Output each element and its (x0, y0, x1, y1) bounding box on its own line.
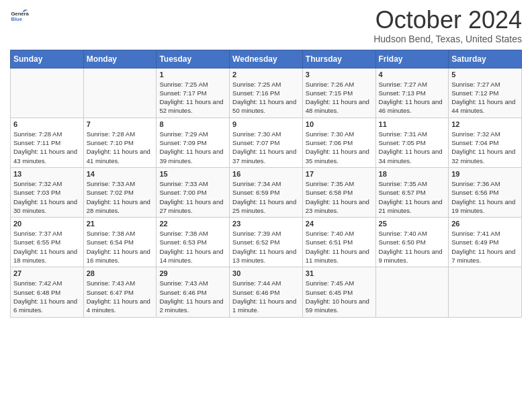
cell-content: Sunrise: 7:43 AM Sunset: 6:46 PM Dayligh… (159, 279, 226, 314)
calendar-cell: 11Sunrise: 7:31 AM Sunset: 7:05 PM Dayli… (375, 118, 449, 167)
day-number: 9 (232, 120, 300, 128)
calendar-cell (375, 267, 449, 317)
cell-content: Sunrise: 7:42 AM Sunset: 6:48 PM Dayligh… (13, 279, 81, 314)
day-header-thursday: Thursday (302, 50, 375, 68)
title-section: October 2024 Hudson Bend, Texas, United … (373, 7, 522, 44)
week-row-5: 27Sunrise: 7:42 AM Sunset: 6:48 PM Dayli… (11, 267, 522, 317)
calendar-cell: 5Sunrise: 7:27 AM Sunset: 7:12 PM Daylig… (449, 68, 522, 118)
month-title: October 2024 (373, 7, 522, 34)
day-header-sunday: Sunday (11, 50, 84, 68)
day-number: 19 (451, 170, 519, 178)
cell-content: Sunrise: 7:28 AM Sunset: 7:10 PM Dayligh… (87, 130, 154, 165)
day-number: 10 (306, 120, 373, 128)
cell-content: Sunrise: 7:32 AM Sunset: 7:04 PM Dayligh… (451, 130, 519, 165)
day-number: 11 (379, 120, 446, 128)
location: Hudson Bend, Texas, United States (373, 34, 522, 44)
cell-content: Sunrise: 7:29 AM Sunset: 7:09 PM Dayligh… (159, 130, 226, 165)
day-number: 27 (13, 269, 81, 277)
logo-icon: General Blue (10, 7, 29, 26)
cell-content: Sunrise: 7:43 AM Sunset: 6:47 PM Dayligh… (87, 279, 154, 314)
day-number: 25 (379, 220, 446, 228)
calendar-cell: 28Sunrise: 7:43 AM Sunset: 6:47 PM Dayli… (83, 267, 157, 317)
day-number: 14 (87, 170, 154, 178)
calendar-cell (83, 68, 157, 118)
cell-content: Sunrise: 7:35 AM Sunset: 6:58 PM Dayligh… (306, 179, 373, 215)
cell-content: Sunrise: 7:35 AM Sunset: 6:57 PM Dayligh… (379, 179, 446, 215)
day-number: 12 (451, 120, 519, 128)
header: General Blue October 2024 Hudson Bend, T… (10, 7, 522, 44)
calendar-cell: 15Sunrise: 7:33 AM Sunset: 7:00 PM Dayli… (157, 167, 230, 217)
day-number: 3 (306, 71, 373, 79)
calendar-cell (11, 68, 84, 118)
day-number: 23 (232, 220, 300, 228)
day-number: 31 (306, 269, 373, 277)
calendar-cell: 26Sunrise: 7:41 AM Sunset: 6:49 PM Dayli… (449, 218, 522, 267)
day-number: 13 (13, 170, 81, 178)
cell-content: Sunrise: 7:36 AM Sunset: 6:56 PM Dayligh… (451, 179, 519, 215)
week-row-4: 20Sunrise: 7:37 AM Sunset: 6:55 PM Dayli… (11, 218, 522, 267)
calendar-cell: 20Sunrise: 7:37 AM Sunset: 6:55 PM Dayli… (11, 218, 84, 267)
day-number: 5 (451, 71, 519, 79)
cell-content: Sunrise: 7:33 AM Sunset: 7:02 PM Dayligh… (87, 179, 154, 215)
cell-content: Sunrise: 7:39 AM Sunset: 6:52 PM Dayligh… (232, 229, 300, 265)
calendar-cell: 16Sunrise: 7:34 AM Sunset: 6:59 PM Dayli… (230, 167, 303, 217)
cell-content: Sunrise: 7:25 AM Sunset: 7:16 PM Dayligh… (232, 80, 300, 116)
day-header-tuesday: Tuesday (157, 50, 230, 68)
cell-content: Sunrise: 7:44 AM Sunset: 6:46 PM Dayligh… (232, 279, 300, 314)
cell-content: Sunrise: 7:25 AM Sunset: 7:17 PM Dayligh… (159, 80, 226, 116)
day-number: 28 (87, 269, 154, 277)
day-number: 6 (13, 120, 81, 128)
cell-content: Sunrise: 7:28 AM Sunset: 7:11 PM Dayligh… (13, 130, 81, 165)
day-number: 18 (379, 170, 446, 178)
day-number: 29 (159, 269, 226, 277)
calendar-cell: 3Sunrise: 7:26 AM Sunset: 7:15 PM Daylig… (302, 68, 375, 118)
cell-content: Sunrise: 7:27 AM Sunset: 7:13 PM Dayligh… (379, 80, 446, 116)
day-number: 7 (87, 120, 154, 128)
day-number: 26 (451, 220, 519, 228)
week-row-2: 6Sunrise: 7:28 AM Sunset: 7:11 PM Daylig… (11, 118, 522, 167)
week-row-3: 13Sunrise: 7:32 AM Sunset: 7:03 PM Dayli… (11, 167, 522, 217)
day-number: 30 (232, 269, 300, 277)
calendar-cell: 4Sunrise: 7:27 AM Sunset: 7:13 PM Daylig… (375, 68, 449, 118)
day-number: 1 (159, 71, 226, 79)
cell-content: Sunrise: 7:34 AM Sunset: 6:59 PM Dayligh… (232, 179, 300, 215)
calendar-cell: 29Sunrise: 7:43 AM Sunset: 6:46 PM Dayli… (157, 267, 230, 317)
cell-content: Sunrise: 7:26 AM Sunset: 7:15 PM Dayligh… (306, 80, 373, 116)
calendar-table: SundayMondayTuesdayWednesdayThursdayFrid… (10, 50, 522, 318)
cell-content: Sunrise: 7:41 AM Sunset: 6:49 PM Dayligh… (451, 229, 519, 265)
cell-content: Sunrise: 7:45 AM Sunset: 6:45 PM Dayligh… (306, 279, 373, 314)
day-number: 17 (306, 170, 373, 178)
week-row-1: 1Sunrise: 7:25 AM Sunset: 7:17 PM Daylig… (11, 68, 522, 118)
calendar-cell: 22Sunrise: 7:38 AM Sunset: 6:53 PM Dayli… (157, 218, 230, 267)
calendar-cell: 2Sunrise: 7:25 AM Sunset: 7:16 PM Daylig… (230, 68, 303, 118)
calendar-cell: 13Sunrise: 7:32 AM Sunset: 7:03 PM Dayli… (11, 167, 84, 217)
day-header-wednesday: Wednesday (230, 50, 303, 68)
calendar-cell: 17Sunrise: 7:35 AM Sunset: 6:58 PM Dayli… (302, 167, 375, 217)
svg-text:General: General (11, 11, 29, 17)
day-number: 15 (159, 170, 226, 178)
calendar-cell: 1Sunrise: 7:25 AM Sunset: 7:17 PM Daylig… (157, 68, 230, 118)
calendar-cell: 31Sunrise: 7:45 AM Sunset: 6:45 PM Dayli… (302, 267, 375, 317)
day-number: 20 (13, 220, 81, 228)
cell-content: Sunrise: 7:38 AM Sunset: 6:54 PM Dayligh… (87, 229, 154, 265)
day-header-friday: Friday (375, 50, 449, 68)
page-container: General Blue October 2024 Hudson Bend, T… (0, 0, 532, 328)
calendar-cell: 9Sunrise: 7:30 AM Sunset: 7:07 PM Daylig… (230, 118, 303, 167)
calendar-cell: 12Sunrise: 7:32 AM Sunset: 7:04 PM Dayli… (449, 118, 522, 167)
cell-content: Sunrise: 7:27 AM Sunset: 7:12 PM Dayligh… (451, 80, 519, 116)
cell-content: Sunrise: 7:33 AM Sunset: 7:00 PM Dayligh… (159, 179, 226, 215)
calendar-cell: 18Sunrise: 7:35 AM Sunset: 6:57 PM Dayli… (375, 167, 449, 217)
cell-content: Sunrise: 7:40 AM Sunset: 6:50 PM Dayligh… (379, 229, 446, 265)
day-number: 8 (159, 120, 226, 128)
cell-content: Sunrise: 7:30 AM Sunset: 7:07 PM Dayligh… (232, 130, 300, 165)
calendar-cell: 25Sunrise: 7:40 AM Sunset: 6:50 PM Dayli… (375, 218, 449, 267)
calendar-cell: 30Sunrise: 7:44 AM Sunset: 6:46 PM Dayli… (230, 267, 303, 317)
calendar-cell (449, 267, 522, 317)
cell-content: Sunrise: 7:32 AM Sunset: 7:03 PM Dayligh… (13, 179, 81, 215)
calendar-cell: 24Sunrise: 7:40 AM Sunset: 6:51 PM Dayli… (302, 218, 375, 267)
cell-content: Sunrise: 7:40 AM Sunset: 6:51 PM Dayligh… (306, 229, 373, 265)
cell-content: Sunrise: 7:37 AM Sunset: 6:55 PM Dayligh… (13, 229, 81, 265)
calendar-cell: 8Sunrise: 7:29 AM Sunset: 7:09 PM Daylig… (157, 118, 230, 167)
calendar-cell: 6Sunrise: 7:28 AM Sunset: 7:11 PM Daylig… (11, 118, 84, 167)
day-number: 4 (379, 71, 446, 79)
